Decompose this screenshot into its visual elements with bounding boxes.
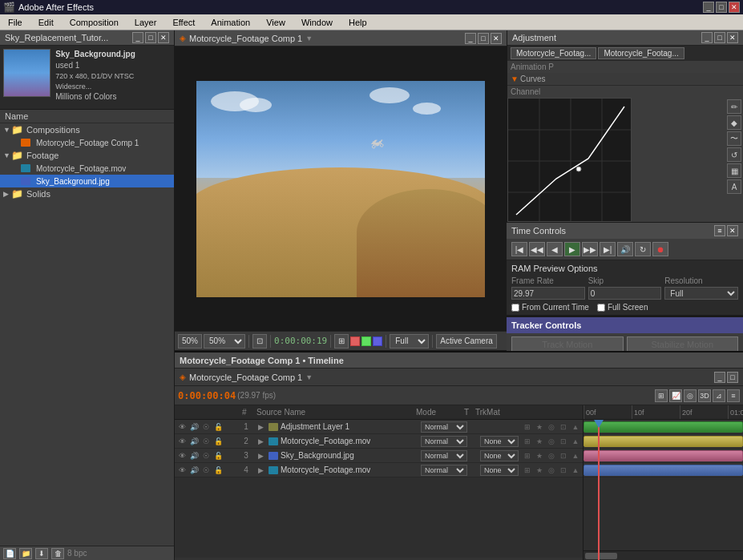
- tree-item-comp[interactable]: Motorcycle_Footage Comp 1: [0, 136, 174, 149]
- tl-motion-blur-button[interactable]: ◎: [684, 389, 697, 402]
- tc-back-button[interactable]: ◀: [547, 242, 563, 256]
- tc-last-button[interactable]: ▶|: [600, 242, 616, 256]
- adj-close[interactable]: ✕: [727, 32, 738, 43]
- comp-fit-button[interactable]: ⊡: [252, 334, 267, 348]
- comp-maximize[interactable]: □: [478, 33, 489, 44]
- sw-2-5[interactable]: ▲: [570, 436, 581, 447]
- layer-3-trkmat-select[interactable]: None: [480, 450, 519, 461]
- maximize-button[interactable]: □: [716, 2, 727, 13]
- layer-1-solo[interactable]: ☉: [200, 421, 212, 433]
- adj-tab-1[interactable]: Motorcycle_Footag...: [511, 47, 596, 59]
- tree-folder-solids[interactable]: ▶ 📁 Solids: [0, 187, 174, 200]
- layer-3-audio[interactable]: 🔊: [188, 450, 200, 461]
- comp-minimize[interactable]: _: [465, 33, 476, 44]
- frame-rate-input[interactable]: [511, 287, 585, 300]
- track-row-3[interactable]: [583, 449, 743, 463]
- sw-3-4[interactable]: ⊡: [558, 450, 569, 461]
- curve-smooth-button[interactable]: 〜: [727, 131, 741, 146]
- tl-comp-label[interactable]: Motorcycle_Footage Comp 1: [189, 373, 302, 382]
- layer-2-expand[interactable]: ▶: [255, 436, 266, 447]
- resolution-select[interactable]: FullHalf: [664, 287, 738, 300]
- menu-help[interactable]: Help: [344, 16, 372, 29]
- layer-1-mode-select[interactable]: Normal: [421, 421, 467, 433]
- curves-graph[interactable]: [507, 98, 632, 222]
- menu-edit[interactable]: Edit: [34, 16, 59, 29]
- sw-3-1[interactable]: ⊞: [522, 450, 533, 461]
- tc-prev-button[interactable]: ◀◀: [529, 242, 545, 256]
- comp-close[interactable]: ✕: [491, 33, 502, 44]
- red-channel[interactable]: [350, 336, 360, 346]
- sw-1-1[interactable]: ⊞: [522, 421, 533, 433]
- layer-2-audio[interactable]: 🔊: [188, 436, 200, 447]
- track-motion-button[interactable]: Track Motion: [511, 336, 624, 353]
- tl-snap-button[interactable]: ⊞: [655, 389, 668, 402]
- comp-tab-arrow[interactable]: ▼: [305, 34, 313, 42]
- new-folder-button[interactable]: 📁: [19, 548, 32, 559]
- track-row-4[interactable]: [583, 463, 743, 477]
- tl-minimize[interactable]: _: [714, 372, 725, 383]
- tl-settings-button[interactable]: ≡: [727, 389, 740, 402]
- layer-2-video[interactable]: 👁: [176, 436, 188, 447]
- sw-4-4[interactable]: ⊡: [558, 465, 569, 476]
- comp-zoom-select[interactable]: 50%100%25%: [204, 334, 245, 348]
- comp-tab-label[interactable]: Motorcycle_Footage Comp 1: [189, 34, 302, 43]
- adj-maximize[interactable]: □: [714, 32, 725, 43]
- sw-4-5[interactable]: ▲: [570, 465, 581, 476]
- layer-2-lock[interactable]: 🔓: [212, 436, 224, 447]
- layer-2-solo[interactable]: ☉: [200, 436, 212, 447]
- menu-view[interactable]: View: [261, 16, 290, 29]
- layer-1-audio[interactable]: 🔊: [188, 421, 200, 433]
- tc-menu[interactable]: ≡: [714, 225, 725, 236]
- minimize-button[interactable]: _: [703, 2, 714, 13]
- comp-mode-select[interactable]: FullHalfThird: [390, 334, 429, 348]
- track-row-2[interactable]: [583, 434, 743, 449]
- layer-4-audio[interactable]: 🔊: [188, 465, 200, 476]
- sw-1-3[interactable]: ◎: [546, 421, 557, 433]
- sw-3-2[interactable]: ★: [534, 450, 545, 461]
- new-item-button[interactable]: 📄: [3, 548, 16, 559]
- curves-expand[interactable]: ▼: [511, 75, 519, 83]
- curve-auto-button[interactable]: A: [727, 179, 741, 194]
- tc-close[interactable]: ✕: [727, 225, 738, 236]
- sw-4-2[interactable]: ★: [534, 465, 545, 476]
- from-current-input[interactable]: [511, 304, 519, 312]
- menu-effect[interactable]: Effect: [168, 16, 200, 29]
- curve-point-button[interactable]: ◆: [727, 115, 741, 130]
- layer-1-expand[interactable]: ▶: [255, 421, 266, 433]
- tree-item-jpg[interactable]: Sky_Background.jpg: [0, 175, 174, 187]
- sw-2-3[interactable]: ◎: [546, 436, 557, 447]
- delete-button[interactable]: 🗑: [51, 548, 64, 559]
- comp-grid-button[interactable]: ⊞: [334, 334, 349, 348]
- sw-3-5[interactable]: ▲: [570, 450, 581, 461]
- tc-first-button[interactable]: |◀: [511, 242, 527, 256]
- full-screen-input[interactable]: [597, 304, 605, 312]
- sw-4-1[interactable]: ⊞: [522, 465, 533, 476]
- menu-animation[interactable]: Animation: [206, 16, 255, 29]
- tc-forward-button[interactable]: ▶▶: [582, 242, 598, 256]
- layer-1-lock[interactable]: 🔓: [212, 421, 224, 433]
- menu-layer[interactable]: Layer: [130, 16, 162, 29]
- sw-2-4[interactable]: ⊡: [558, 436, 569, 447]
- tree-folder-compositions[interactable]: ▼ 📁 Compositions: [0, 123, 174, 136]
- sw-4-3[interactable]: ◎: [546, 465, 557, 476]
- stabilize-motion-button[interactable]: Stabilize Motion: [627, 336, 739, 353]
- project-minimize[interactable]: _: [132, 32, 143, 43]
- hscroll-thumb[interactable]: [585, 553, 617, 559]
- layer-4-video[interactable]: 👁: [176, 465, 188, 476]
- layer-2-mode-select[interactable]: Normal: [421, 436, 467, 447]
- layer-4-mode-select[interactable]: Normal: [421, 465, 467, 476]
- tl-timecode[interactable]: 0:00:00:04: [178, 390, 236, 401]
- blue-channel[interactable]: [373, 336, 382, 346]
- adj-minimize[interactable]: _: [701, 32, 713, 43]
- tc-record-button[interactable]: ⏺: [652, 242, 668, 256]
- sw-2-2[interactable]: ★: [534, 436, 545, 447]
- tc-play-button[interactable]: ▶: [564, 242, 580, 256]
- sw-1-4[interactable]: ⊡: [558, 421, 569, 433]
- tc-audio-button[interactable]: 🔊: [617, 242, 633, 256]
- tc-loop-button[interactable]: ↻: [635, 242, 651, 256]
- import-button[interactable]: ⬇: [35, 548, 48, 559]
- layer-2-trkmat-select[interactable]: None: [480, 436, 519, 447]
- menu-file[interactable]: File: [3, 16, 27, 29]
- green-channel[interactable]: [361, 336, 371, 346]
- project-tree[interactable]: ▼ 📁 Compositions Motorcycle_Footage Comp…: [0, 123, 174, 546]
